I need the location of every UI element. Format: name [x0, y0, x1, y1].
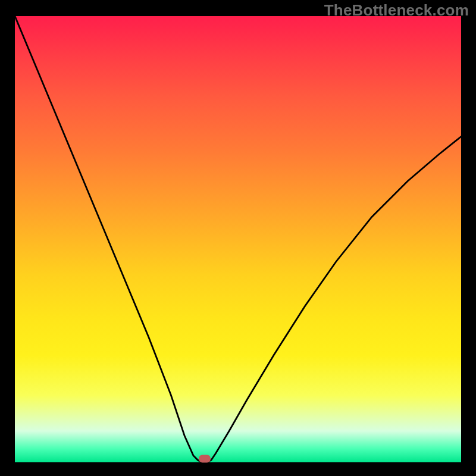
- watermark-text: TheBottleneck.com: [324, 1, 469, 20]
- chart-frame: TheBottleneck.com: [0, 0, 476, 476]
- minimum-marker: [199, 455, 211, 463]
- plot-area: [15, 16, 461, 462]
- curve-svg: [15, 16, 461, 462]
- bottleneck-curve: [15, 16, 461, 462]
